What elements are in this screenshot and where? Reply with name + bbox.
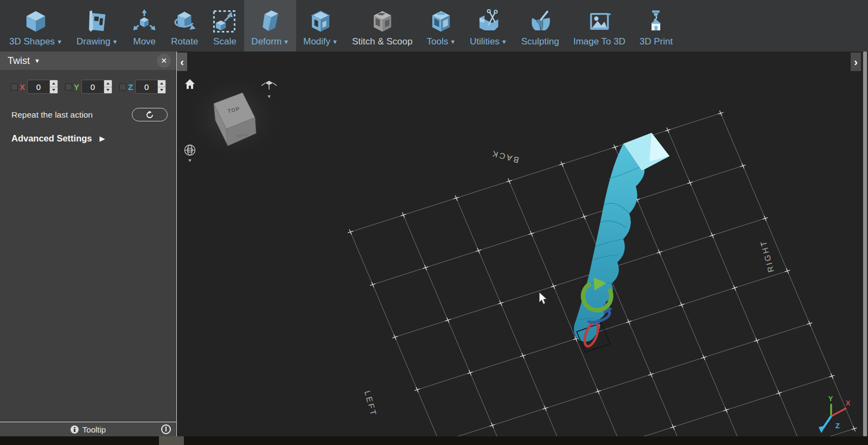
info-icon — [71, 425, 79, 434]
y-axis-stepper — [104, 80, 112, 94]
y-axis-checkbox[interactable] — [65, 83, 72, 91]
move-icon — [132, 9, 157, 34]
utilities-icon — [476, 9, 501, 34]
spin-down-button[interactable] — [50, 87, 58, 94]
triangle-up-icon — [52, 82, 55, 85]
y-axis-group: Y — [65, 80, 112, 94]
tools-icon — [429, 9, 454, 34]
toolbar-item-stitch-scoop[interactable]: Stitch & Scoop — [345, 0, 420, 51]
toolbar-item-label: Utilities — [470, 36, 500, 47]
toolbar-item-tools[interactable]: Tools▼ — [419, 0, 463, 51]
z-axis-checkbox[interactable] — [119, 83, 126, 91]
home-view-button[interactable] — [185, 79, 195, 89]
chevron-down-icon: ▼ — [283, 38, 289, 45]
selfcad-app-window: 3D Shapes▼ Drawing▼ M — [0, 0, 868, 445]
z-axis-input[interactable] — [135, 80, 157, 94]
perspective-toggle-button[interactable] — [185, 145, 195, 156]
repeat-action-button[interactable] — [132, 108, 168, 121]
triangle-down-icon — [52, 89, 55, 91]
chevron-down-icon: ▼ — [56, 38, 62, 45]
spin-down-button[interactable] — [104, 87, 112, 94]
x-axis-input[interactable] — [27, 80, 49, 94]
toolbar-item-rotate[interactable]: Rotate — [164, 0, 205, 51]
chevron-down-icon: ▼ — [112, 38, 118, 45]
toolbar-item-image-to-3d[interactable]: Image To 3D — [566, 0, 633, 51]
viewport-scrollbar-track[interactable] — [863, 51, 868, 436]
viewport-3d[interactable]: ‹ › BACK RIGHT LEFT — [176, 51, 868, 436]
triangle-down-icon — [160, 89, 163, 91]
toolbar-item-3d-shapes[interactable]: 3D Shapes▼ — [2, 0, 69, 51]
toolbar-item-label: Stitch & Scoop — [352, 36, 413, 47]
z-axis-group: Z — [119, 80, 166, 94]
toolbar-item-label: Rotate — [171, 36, 198, 47]
triad-z-label: Z — [835, 422, 840, 430]
twisted-model[interactable] — [574, 133, 669, 341]
chevron-down-icon: ▼ — [450, 38, 456, 45]
toolbar-item-label: Image To 3D — [573, 36, 626, 47]
z-axis-label: Z — [128, 82, 133, 92]
toolbar-item-sculpting[interactable]: Sculpting — [514, 0, 566, 51]
spin-up-button[interactable] — [158, 80, 165, 87]
toolbar-item-drawing[interactable]: Drawing▼ — [69, 0, 125, 51]
toolbar-item-label: 3D Shapes — [9, 36, 55, 47]
panel-header: Twist ▼ ✕ — [0, 51, 176, 70]
panel-title[interactable]: Twist ▼ — [8, 55, 40, 67]
chevron-left-icon: ‹ — [180, 56, 184, 68]
toolbar-item-label: Scale — [213, 36, 237, 47]
toolbar-item-deform[interactable]: Deform▼ — [244, 0, 296, 51]
grid-label-left: LEFT — [363, 390, 379, 417]
triad-y-label: Y — [828, 395, 833, 403]
toolbar-item-utilities[interactable]: Utilities▼ — [463, 0, 514, 51]
deform-icon — [258, 9, 283, 34]
bottom-strip — [0, 436, 868, 445]
y-axis-input[interactable] — [81, 80, 104, 94]
bottom-strip-segment — [159, 436, 184, 445]
mouse-cursor — [539, 292, 547, 304]
modify-icon — [308, 9, 333, 34]
sculpting-icon — [528, 9, 553, 34]
chevron-right-icon: › — [854, 56, 858, 68]
tooltip-bar[interactable]: Tooltip — [0, 422, 176, 436]
advanced-settings-toggle[interactable]: Advanced Settings ▶ — [11, 133, 176, 144]
expand-right-icon: ▶ — [100, 134, 105, 143]
viewport-scrollbar-thumb[interactable] — [863, 51, 867, 436]
toolbar-item-label: Move — [133, 36, 156, 47]
close-icon: ✕ — [161, 56, 167, 65]
scene-canvas[interactable]: BACK RIGHT LEFT TOP FRONT — [177, 51, 868, 436]
x-axis-label: X — [20, 82, 25, 92]
y-axis-label: Y — [74, 82, 79, 92]
view-mode-caret-icon[interactable]: ▾ — [267, 93, 270, 99]
repeat-action-row: Repeat the last action — [11, 108, 168, 121]
triangle-up-icon — [106, 82, 110, 85]
toolbar-item-3d-print[interactable]: 3D Print — [633, 0, 680, 51]
spin-up-button[interactable] — [104, 80, 112, 87]
triad-x-label: X — [846, 399, 851, 407]
cube-icon — [23, 9, 48, 34]
spin-up-button[interactable] — [50, 80, 58, 87]
chevron-down-icon: ▼ — [34, 57, 40, 64]
image-to-3d-icon — [587, 9, 612, 34]
refresh-icon — [145, 111, 154, 119]
twist-tool-panel: Twist ▼ ✕ X Y — [0, 51, 176, 436]
x-axis-checkbox[interactable] — [11, 83, 18, 91]
toolbar-item-label: Tools — [426, 36, 448, 47]
close-panel-button[interactable]: ✕ — [157, 54, 171, 68]
collapse-right-panel-button[interactable]: › — [851, 53, 861, 71]
collapse-left-panel-button[interactable]: ‹ — [177, 53, 187, 71]
perspective-caret-icon[interactable]: ▾ — [188, 157, 191, 163]
x-axis-stepper — [49, 80, 58, 94]
toolbar-item-move[interactable]: Move — [125, 0, 164, 51]
z-axis-arrowhead — [819, 425, 826, 433]
chevron-down-icon: ▼ — [332, 38, 338, 45]
grid-label-right: RIGHT — [758, 238, 775, 273]
spin-down-button[interactable] — [158, 87, 165, 94]
chevron-down-icon: ▼ — [501, 38, 507, 45]
rotate-icon — [172, 9, 197, 34]
info-outline-icon[interactable] — [161, 424, 171, 434]
toolbar-item-scale[interactable]: Scale — [205, 0, 244, 51]
toolbar-item-modify[interactable]: Modify▼ — [296, 0, 345, 51]
toolbar-item-label: Modify — [303, 36, 330, 47]
main-toolbar: 3D Shapes▼ Drawing▼ M — [0, 0, 868, 51]
print-icon — [643, 9, 668, 34]
grid-label-back: BACK — [490, 149, 520, 165]
